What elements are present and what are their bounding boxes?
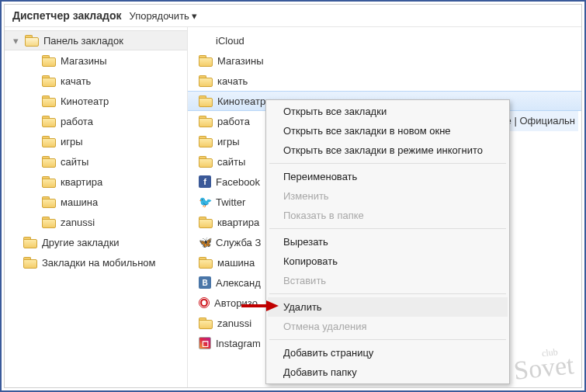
context-menu: Открыть все закладки Открыть все закладк… [265,99,510,384]
folder-icon [199,217,213,227]
triangle-down-icon: ▾ [11,36,20,45]
tree-label: сайты [61,156,88,168]
tree-label: игры [61,136,83,147]
list-label: Александ [216,277,261,289]
chevron-down-icon: ▾ [192,10,197,22]
ctx-edit: Изменить [268,186,508,206]
list-label: Магазины [217,55,264,67]
folder-icon [199,55,213,66]
separator [269,228,506,229]
tree-item[interactable]: игры [5,131,187,151]
separator [269,163,506,164]
tree-item[interactable]: качать [5,71,187,91]
ctx-delete[interactable]: Удалить [268,297,508,317]
separator [269,293,506,294]
ctx-add-page[interactable]: Добавить страницу [268,343,508,363]
list-label: Instagram [216,338,261,349]
vk-icon: B [199,276,211,289]
sort-menu[interactable]: Упорядочить ▾ [130,10,197,22]
tree-label: Другие закладки [42,237,120,248]
ctx-copy[interactable]: Копировать [268,252,508,271]
folder-icon [199,136,213,147]
tree-item[interactable]: сайты [5,151,187,172]
tree-label: машина [61,196,98,208]
folder-icon [42,55,56,66]
folder-icon [42,156,56,167]
tree-item[interactable]: работа [5,111,187,131]
opera-icon: O [199,297,210,308]
tree-label: качать [61,75,91,87]
arrow-right-icon [240,299,279,313]
ctx-show-in-folder: Показать в папке [268,206,508,225]
list-label: zanussi [217,317,251,329]
list-item[interactable]: iCloud [188,30,581,50]
selected-row-url-fragment: ге | Официальн [499,111,578,131]
tree-other-bookmarks[interactable]: Другие закладки [5,232,187,252]
tree-label: квартира [61,176,102,188]
ctx-open-all-new-window[interactable]: Открыть все закладки в новом окне [268,121,508,140]
annotation-arrow [240,299,279,313]
ctx-paste: Вставить [268,271,508,290]
list-label: машина [217,257,255,269]
tree-item[interactable]: Магазины [5,50,187,71]
folder-icon [199,116,213,127]
tree-mobile-bookmarks[interactable]: Закладки на мобильном [5,252,187,272]
tree-item[interactable]: машина [5,192,187,212]
list-label: квартира [217,217,259,228]
folder-icon [42,116,56,127]
folder-icon [42,75,56,86]
folder-icon [42,196,56,207]
list-item[interactable]: качать [188,71,581,91]
folder-icon [23,257,37,268]
tree-label: Панель закладок [43,35,123,47]
butterfly-icon: 🦋 [199,236,211,248]
folder-tree: ▾ Панель закладок Магазины качать Киноте… [5,27,188,387]
folder-icon [42,136,56,147]
list-label: работа [217,116,250,127]
list-label: Facebook [216,176,260,188]
sort-menu-label: Упорядочить [130,10,189,22]
ctx-cut[interactable]: Вырезать [268,232,508,252]
list-label: сайты [217,156,245,168]
list-label: качать [217,75,248,87]
list-label: Twitter [216,196,245,208]
tree-label: работа [61,116,93,127]
folder-icon [42,95,56,106]
menubar: Диспетчер закладок Упорядочить ▾ [5,5,581,27]
ctx-undo-delete: Отмена удаления [268,317,508,336]
tree-item[interactable]: Кинотеатр [5,91,187,111]
tree-label: zanussi [61,217,95,228]
svg-marker-1 [266,300,279,311]
list-label: Кинотеатр [217,95,265,107]
tree-label: Кинотеатр [61,95,109,107]
folder-icon [199,95,213,106]
ctx-open-all-incognito[interactable]: Открыть все закладки в режиме инкогнито [268,140,508,160]
folder-icon [42,217,56,227]
folder-icon [42,176,56,187]
separator [269,339,506,340]
folder-open-icon [25,35,39,46]
tree-item[interactable]: квартира [5,172,187,192]
tree-label: Магазины [61,55,107,67]
folder-icon [23,237,37,248]
instagram-icon: ◻ [199,337,211,349]
ctx-open-all[interactable]: Открыть все закладки [268,102,508,121]
ctx-rename[interactable]: Переименовать [268,167,508,186]
facebook-icon: f [199,175,211,188]
list-label: Служба З [216,237,261,248]
folder-icon [199,317,213,328]
list-item[interactable]: Магазины [188,50,581,71]
tree-item[interactable]: zanussi [5,212,187,232]
folder-icon [199,156,213,167]
tree-root-bookmarks-bar[interactable]: ▾ Панель закладок [5,30,187,50]
tree-label: Закладки на мобильном [42,257,155,269]
ctx-add-folder[interactable]: Добавить папку [268,363,508,382]
apple-icon [199,34,211,47]
bookmark-manager-title: Диспетчер закладок [12,9,122,22]
folder-icon [199,75,213,86]
twitter-icon: 🐦 [199,196,211,208]
list-label: игры [217,136,240,147]
list-label: iCloud [216,35,244,47]
folder-icon [199,257,213,268]
